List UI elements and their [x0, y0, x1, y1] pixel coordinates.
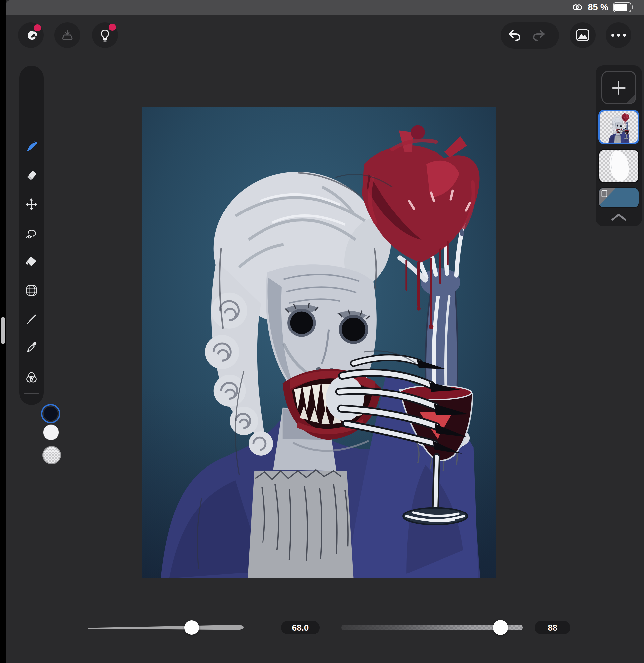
tool-brush[interactable] [25, 140, 38, 154]
tool-line[interactable] [25, 313, 38, 326]
folded-corner [626, 94, 636, 104]
sketchbook-app: 85 % [0, 0, 644, 663]
layer-thumbnail-underpainting[interactable] [598, 149, 639, 183]
toolbar-divider [24, 393, 39, 394]
background-color-layer[interactable] [598, 187, 639, 208]
undo-icon [507, 28, 522, 43]
move-arrows-icon [25, 198, 38, 210]
tool-fill[interactable] [25, 255, 38, 268]
save-tray-icon [60, 28, 74, 42]
brush-size-thumb[interactable] [184, 620, 199, 635]
tool-transform[interactable] [25, 198, 38, 211]
primary-color-swatch[interactable] [41, 404, 60, 423]
tool-sidebar [19, 66, 44, 405]
collapse-layers-button[interactable] [610, 212, 628, 223]
undo-redo-group [501, 22, 559, 49]
chevron-up-icon [610, 212, 628, 222]
tips-button[interactable] [92, 22, 118, 48]
eyedropper-icon [25, 341, 38, 354]
brush-opacity-value: 88 [535, 621, 570, 635]
layer-thumbnail-selected[interactable] [598, 110, 639, 144]
tool-eraser[interactable] [25, 168, 38, 182]
eraser-icon [25, 169, 38, 181]
brush-size-slider[interactable] [88, 623, 244, 632]
brush-size-value: 68.0 [281, 621, 320, 635]
plus-icon-bar [618, 81, 619, 95]
tool-guides[interactable] [25, 284, 38, 297]
app-logo-button[interactable] [18, 22, 44, 48]
tool-color-mixer[interactable] [25, 371, 38, 384]
save-export-button[interactable] [54, 22, 80, 48]
side-drag-handle[interactable] [1, 317, 5, 344]
battery-percent-label: 85 % [588, 2, 608, 13]
drawing-canvas[interactable] [142, 107, 496, 578]
notification-dot [109, 24, 116, 31]
battery-icon [613, 2, 631, 12]
notification-dot [34, 24, 41, 31]
transparent-color-swatch[interactable] [42, 446, 61, 464]
gallery-image-icon [575, 28, 590, 42]
personal-hotspot-icon [572, 3, 583, 12]
brush-opacity-thumb[interactable] [493, 620, 508, 635]
battery-nub [632, 5, 633, 9]
more-options-button[interactable] [605, 22, 631, 48]
redo-icon [531, 28, 546, 43]
secondary-color-swatch[interactable] [43, 424, 59, 440]
layers-panel [596, 65, 642, 226]
line-tool-icon [25, 313, 38, 325]
add-layer-button[interactable] [601, 71, 636, 105]
tool-eyedropper[interactable] [25, 341, 38, 355]
paint-bucket-icon [25, 255, 38, 268]
brush-icon [25, 141, 38, 153]
lasso-select-icon [25, 227, 38, 239]
redo-button[interactable] [531, 28, 546, 43]
battery-fill [614, 4, 627, 11]
color-circles-icon [25, 371, 38, 384]
undo-button[interactable] [507, 28, 522, 43]
gallery-button[interactable] [570, 22, 596, 48]
grid-guides-icon [25, 284, 38, 297]
tool-lasso[interactable] [25, 226, 38, 240]
ellipsis-icon [611, 34, 626, 37]
page-icon [601, 190, 607, 197]
status-bar: 85 % [6, 0, 644, 15]
